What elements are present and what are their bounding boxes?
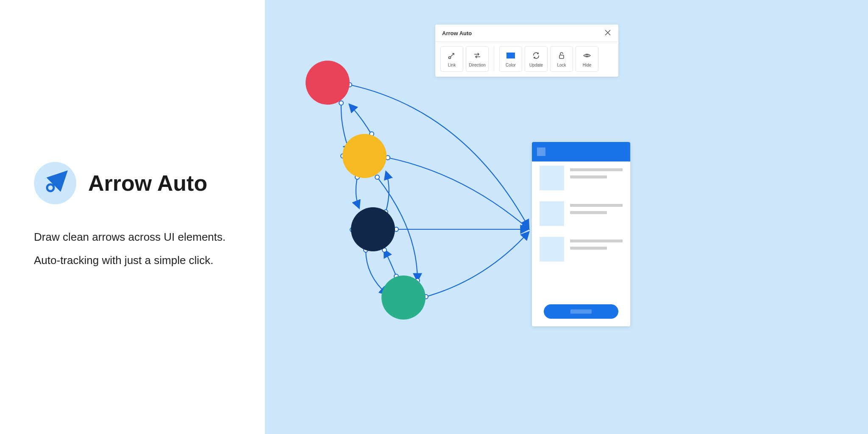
mockup-thumb: [540, 201, 564, 226]
tagline: Draw clean arrows across UI elements. Au…: [34, 225, 265, 272]
lock-label: Lock: [557, 63, 566, 67]
svg-rect-19: [559, 55, 564, 58]
mockup-header: [532, 142, 630, 161]
list-item: [540, 166, 623, 190]
placeholder-line: [570, 175, 607, 178]
toolbar-panel: Arrow Auto Link Directi: [435, 25, 618, 77]
toolbar-divider: [494, 46, 494, 72]
mockup-thumb: [540, 237, 564, 262]
mockup-header-square: [537, 147, 545, 156]
direction-button[interactable]: Direction: [466, 46, 489, 72]
direction-label: Direction: [469, 63, 485, 67]
list-item: [540, 237, 623, 262]
tool-group-connect: Link Direction: [440, 46, 489, 72]
svg-line-18: [451, 53, 454, 57]
placeholder-line: [570, 239, 623, 242]
tagline-line-2: Auto-tracking with just a simple click.: [34, 249, 265, 272]
lock-icon: [557, 51, 566, 60]
update-button[interactable]: Update: [525, 46, 548, 72]
svg-point-2: [339, 101, 343, 105]
link-label: Link: [448, 63, 456, 67]
placeholder-line: [570, 247, 607, 250]
intro-panel: Arrow Auto Draw clean arrows across UI e…: [0, 0, 265, 434]
mockup-text-lines: [570, 237, 623, 250]
link-button[interactable]: Link: [440, 46, 463, 72]
target-mockup[interactable]: [532, 142, 630, 326]
list-item: [540, 201, 623, 226]
mockup-list: [532, 161, 630, 304]
product-title: Arrow Auto: [88, 170, 207, 196]
color-swatch-icon: [506, 51, 515, 60]
logo-row: Arrow Auto: [34, 162, 265, 204]
mockup-thumb: [540, 166, 564, 190]
product-logo: [34, 162, 76, 204]
node-teal[interactable]: [381, 275, 426, 320]
tool-group-actions: Color Update Lock: [499, 46, 598, 72]
eye-icon: [583, 51, 591, 60]
mockup-cta-button[interactable]: [544, 304, 618, 319]
node-navy[interactable]: [351, 207, 395, 251]
color-label: Color: [506, 63, 516, 67]
placeholder-line: [570, 211, 607, 214]
mockup-cta-label-placeholder: [570, 309, 592, 314]
svg-point-8: [375, 175, 379, 179]
mockup-text-lines: [570, 201, 623, 214]
close-icon: [605, 30, 611, 36]
close-button[interactable]: [605, 30, 612, 36]
hide-label: Hide: [583, 63, 592, 67]
color-button[interactable]: Color: [499, 46, 522, 72]
hide-button[interactable]: Hide: [576, 46, 598, 72]
svg-line-1: [53, 178, 61, 185]
toolbar-header: Arrow Auto: [435, 25, 618, 42]
refresh-icon: [532, 51, 540, 60]
tagline-line-1: Draw clean arrows across UI elements.: [34, 225, 265, 249]
node-yellow[interactable]: [342, 134, 387, 178]
toolbar-body: Link Direction Color: [435, 42, 618, 77]
svg-point-0: [47, 184, 54, 191]
direction-icon: [473, 51, 481, 60]
svg-point-17: [449, 56, 451, 58]
node-red[interactable]: [306, 61, 350, 105]
toolbar-title: Arrow Auto: [442, 30, 472, 36]
update-label: Update: [529, 63, 543, 67]
link-icon: [448, 51, 456, 60]
placeholder-line: [570, 204, 623, 207]
lock-button[interactable]: Lock: [550, 46, 573, 72]
canvas-panel: Arrow Auto Link Directi: [265, 0, 868, 434]
arrow-icon: [42, 170, 68, 196]
mockup-text-lines: [570, 166, 623, 178]
svg-point-20: [586, 54, 588, 56]
placeholder-line: [570, 168, 623, 171]
